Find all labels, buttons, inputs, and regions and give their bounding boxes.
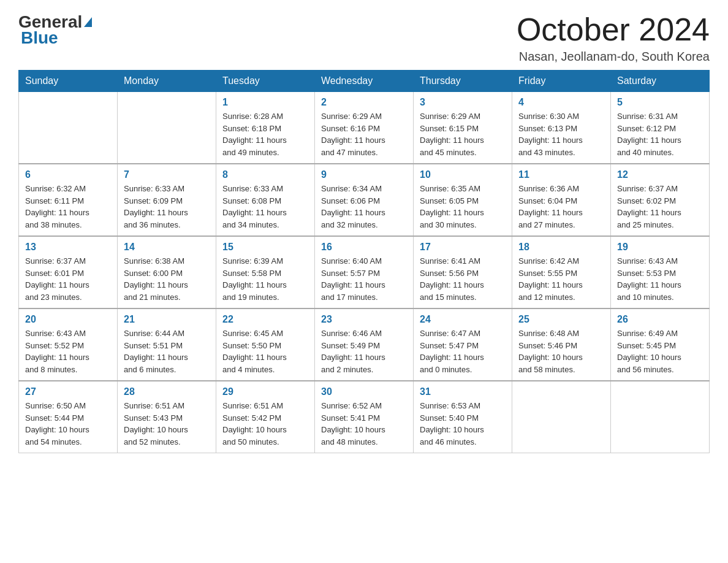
- day-info: Sunrise: 6:43 AMSunset: 5:52 PMDaylight:…: [25, 327, 111, 375]
- calendar-header-row: SundayMondayTuesdayWednesdayThursdayFrid…: [19, 71, 710, 92]
- calendar-header-wednesday: Wednesday: [315, 71, 414, 92]
- calendar-cell: 6Sunrise: 6:32 AMSunset: 6:11 PMDaylight…: [19, 164, 118, 236]
- calendar-cell: 2Sunrise: 6:29 AMSunset: 6:16 PMDaylight…: [315, 92, 414, 164]
- day-info: Sunrise: 6:28 AMSunset: 6:18 PMDaylight:…: [222, 110, 308, 158]
- day-number: 15: [222, 242, 308, 253]
- calendar-cell: 19Sunrise: 6:43 AMSunset: 5:53 PMDayligh…: [611, 236, 710, 308]
- calendar-cell: 3Sunrise: 6:29 AMSunset: 6:15 PMDaylight…: [414, 92, 512, 164]
- day-number: 1: [222, 97, 308, 108]
- day-info: Sunrise: 6:45 AMSunset: 5:50 PMDaylight:…: [222, 327, 308, 375]
- day-info: Sunrise: 6:47 AMSunset: 5:47 PMDaylight:…: [420, 327, 506, 375]
- day-info: Sunrise: 6:34 AMSunset: 6:06 PMDaylight:…: [321, 183, 407, 231]
- day-info: Sunrise: 6:29 AMSunset: 6:16 PMDaylight:…: [321, 110, 407, 158]
- calendar-cell: 8Sunrise: 6:33 AMSunset: 6:08 PMDaylight…: [216, 164, 315, 236]
- calendar-cell: 31Sunrise: 6:53 AMSunset: 5:40 PMDayligh…: [414, 381, 512, 453]
- day-info: Sunrise: 6:52 AMSunset: 5:41 PMDaylight:…: [321, 400, 407, 448]
- day-info: Sunrise: 6:37 AMSunset: 6:02 PMDaylight:…: [617, 183, 703, 231]
- calendar-cell: 28Sunrise: 6:51 AMSunset: 5:43 PMDayligh…: [118, 381, 216, 453]
- day-info: Sunrise: 6:51 AMSunset: 5:42 PMDaylight:…: [222, 400, 308, 448]
- day-number: 30: [321, 386, 407, 397]
- calendar-cell: 25Sunrise: 6:48 AMSunset: 5:46 PMDayligh…: [512, 308, 611, 381]
- day-info: Sunrise: 6:42 AMSunset: 5:55 PMDaylight:…: [518, 255, 604, 303]
- calendar-cell: 27Sunrise: 6:50 AMSunset: 5:44 PMDayligh…: [19, 381, 118, 453]
- calendar-cell: 30Sunrise: 6:52 AMSunset: 5:41 PMDayligh…: [315, 381, 414, 453]
- logo-arrow-icon: [84, 17, 92, 27]
- calendar-cell: 7Sunrise: 6:33 AMSunset: 6:09 PMDaylight…: [118, 164, 216, 236]
- calendar-cell: 14Sunrise: 6:38 AMSunset: 6:00 PMDayligh…: [118, 236, 216, 308]
- day-info: Sunrise: 6:33 AMSunset: 6:08 PMDaylight:…: [222, 183, 308, 231]
- day-number: 25: [518, 314, 604, 325]
- day-info: Sunrise: 6:40 AMSunset: 5:57 PMDaylight:…: [321, 255, 407, 303]
- calendar-cell: [512, 381, 611, 453]
- calendar-cell: 13Sunrise: 6:37 AMSunset: 6:01 PMDayligh…: [19, 236, 118, 308]
- calendar-cell: 18Sunrise: 6:42 AMSunset: 5:55 PMDayligh…: [512, 236, 611, 308]
- day-info: Sunrise: 6:46 AMSunset: 5:49 PMDaylight:…: [321, 327, 407, 375]
- calendar-cell: 10Sunrise: 6:35 AMSunset: 6:05 PMDayligh…: [414, 164, 512, 236]
- main-title: October 2024: [517, 12, 710, 47]
- day-number: 20: [25, 314, 111, 325]
- calendar-cell: 11Sunrise: 6:36 AMSunset: 6:04 PMDayligh…: [512, 164, 611, 236]
- calendar-cell: 20Sunrise: 6:43 AMSunset: 5:52 PMDayligh…: [19, 308, 118, 381]
- day-info: Sunrise: 6:53 AMSunset: 5:40 PMDaylight:…: [420, 400, 506, 448]
- calendar-cell: 21Sunrise: 6:44 AMSunset: 5:51 PMDayligh…: [118, 308, 216, 381]
- day-info: Sunrise: 6:36 AMSunset: 6:04 PMDaylight:…: [518, 183, 604, 231]
- calendar-week-row: 1Sunrise: 6:28 AMSunset: 6:18 PMDaylight…: [19, 92, 710, 164]
- day-info: Sunrise: 6:32 AMSunset: 6:11 PMDaylight:…: [25, 183, 111, 231]
- day-info: Sunrise: 6:33 AMSunset: 6:09 PMDaylight:…: [124, 183, 210, 231]
- logo: General Blue: [18, 12, 92, 48]
- day-number: 28: [124, 386, 210, 397]
- day-info: Sunrise: 6:29 AMSunset: 6:15 PMDaylight:…: [420, 110, 506, 158]
- day-info: Sunrise: 6:30 AMSunset: 6:13 PMDaylight:…: [518, 110, 604, 158]
- day-info: Sunrise: 6:49 AMSunset: 5:45 PMDaylight:…: [617, 327, 703, 375]
- calendar-header-friday: Friday: [512, 71, 611, 92]
- calendar-table: SundayMondayTuesdayWednesdayThursdayFrid…: [18, 70, 710, 453]
- calendar-cell: 1Sunrise: 6:28 AMSunset: 6:18 PMDaylight…: [216, 92, 315, 164]
- day-info: Sunrise: 6:38 AMSunset: 6:00 PMDaylight:…: [124, 255, 210, 303]
- calendar-header-tuesday: Tuesday: [216, 71, 315, 92]
- calendar-cell: [19, 92, 118, 164]
- page-header: General Blue October 2024 Nasan, Jeollan…: [18, 12, 710, 64]
- day-number: 22: [222, 314, 308, 325]
- calendar-cell: 15Sunrise: 6:39 AMSunset: 5:58 PMDayligh…: [216, 236, 315, 308]
- title-section: October 2024 Nasan, Jeollanam-do, South …: [517, 12, 710, 64]
- day-number: 13: [25, 242, 111, 253]
- calendar-cell: 16Sunrise: 6:40 AMSunset: 5:57 PMDayligh…: [315, 236, 414, 308]
- day-number: 18: [518, 242, 604, 253]
- calendar-week-row: 27Sunrise: 6:50 AMSunset: 5:44 PMDayligh…: [19, 381, 710, 453]
- calendar-cell: 29Sunrise: 6:51 AMSunset: 5:42 PMDayligh…: [216, 381, 315, 453]
- day-number: 10: [420, 169, 506, 180]
- calendar-cell: 23Sunrise: 6:46 AMSunset: 5:49 PMDayligh…: [315, 308, 414, 381]
- day-info: Sunrise: 6:41 AMSunset: 5:56 PMDaylight:…: [420, 255, 506, 303]
- day-number: 21: [124, 314, 210, 325]
- calendar-cell: 5Sunrise: 6:31 AMSunset: 6:12 PMDaylight…: [611, 92, 710, 164]
- day-number: 4: [518, 97, 604, 108]
- subtitle: Nasan, Jeollanam-do, South Korea: [517, 50, 710, 64]
- day-number: 5: [617, 97, 703, 108]
- calendar-week-row: 6Sunrise: 6:32 AMSunset: 6:11 PMDaylight…: [19, 164, 710, 236]
- calendar-cell: [611, 381, 710, 453]
- day-number: 7: [124, 169, 210, 180]
- day-info: Sunrise: 6:43 AMSunset: 5:53 PMDaylight:…: [617, 255, 703, 303]
- day-number: 6: [25, 169, 111, 180]
- day-number: 17: [420, 242, 506, 253]
- calendar-header-sunday: Sunday: [19, 71, 118, 92]
- calendar-cell: 12Sunrise: 6:37 AMSunset: 6:02 PMDayligh…: [611, 164, 710, 236]
- day-info: Sunrise: 6:31 AMSunset: 6:12 PMDaylight:…: [617, 110, 703, 158]
- calendar-cell: [118, 92, 216, 164]
- calendar-week-row: 13Sunrise: 6:37 AMSunset: 6:01 PMDayligh…: [19, 236, 710, 308]
- day-number: 8: [222, 169, 308, 180]
- calendar-header-monday: Monday: [118, 71, 216, 92]
- day-info: Sunrise: 6:50 AMSunset: 5:44 PMDaylight:…: [25, 400, 111, 448]
- day-number: 3: [420, 97, 506, 108]
- day-number: 29: [222, 386, 308, 397]
- day-number: 23: [321, 314, 407, 325]
- day-number: 11: [518, 169, 604, 180]
- calendar-cell: 22Sunrise: 6:45 AMSunset: 5:50 PMDayligh…: [216, 308, 315, 381]
- logo-blue-text: Blue: [21, 28, 58, 47]
- day-info: Sunrise: 6:37 AMSunset: 6:01 PMDaylight:…: [25, 255, 111, 303]
- day-number: 31: [420, 386, 506, 397]
- day-info: Sunrise: 6:51 AMSunset: 5:43 PMDaylight:…: [124, 400, 210, 448]
- calendar-cell: 24Sunrise: 6:47 AMSunset: 5:47 PMDayligh…: [414, 308, 512, 381]
- calendar-week-row: 20Sunrise: 6:43 AMSunset: 5:52 PMDayligh…: [19, 308, 710, 381]
- day-info: Sunrise: 6:44 AMSunset: 5:51 PMDaylight:…: [124, 327, 210, 375]
